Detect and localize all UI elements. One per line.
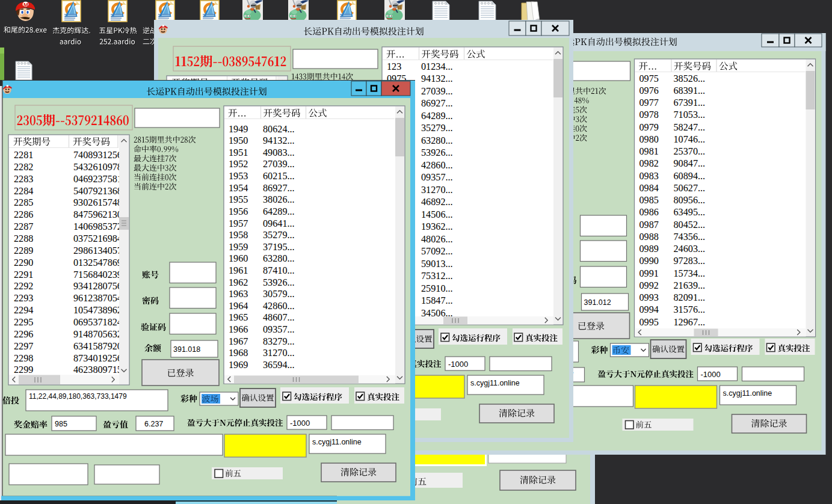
svg-text:60894...: 60894... [674, 171, 706, 182]
svg-text:94132...: 94132... [263, 135, 295, 146]
svg-text:2283: 2283 [14, 174, 33, 185]
svg-text:19362...: 19362... [421, 221, 453, 232]
svg-text:71053...: 71053... [674, 109, 706, 120]
svg-text:38526...: 38526... [674, 73, 706, 84]
svg-text:0375216984: 0375216984 [73, 233, 122, 244]
svg-text:6.237: 6.237 [144, 420, 163, 428]
svg-text:46892...: 46892... [421, 197, 453, 207]
svg-text:14506...: 14506... [421, 209, 453, 220]
svg-text:09357...: 09357... [421, 172, 453, 183]
svg-text:s.cygj11.online: s.cygj11.online [312, 438, 362, 446]
svg-text:0992: 0992 [639, 280, 659, 291]
svg-text:57092...: 57092... [421, 246, 453, 257]
svg-text:9302615748: 9302615748 [73, 197, 122, 208]
svg-text:0978: 0978 [639, 109, 659, 120]
svg-text:0132547869: 0132547869 [73, 257, 122, 268]
svg-text:63280...: 63280... [263, 253, 295, 264]
svg-text:09641...: 09641... [263, 218, 295, 229]
svg-text:2986134057: 2986134057 [73, 245, 122, 256]
svg-text:27039...: 27039... [421, 86, 453, 97]
svg-text:2297: 2297 [14, 341, 33, 352]
svg-text:1968: 1968 [229, 348, 248, 358]
svg-text:2298: 2298 [14, 353, 33, 364]
svg-text:74356...: 74356... [674, 232, 706, 242]
svg-text:9148705632: 9148705632 [73, 329, 122, 340]
svg-text:21639...: 21639... [674, 280, 706, 291]
svg-text:63280...: 63280... [421, 135, 453, 146]
svg-text:1956: 1956 [229, 206, 248, 217]
svg-text:80624...: 80624... [263, 124, 295, 135]
svg-text:58247...: 58247... [674, 122, 706, 133]
svg-text:391.012: 391.012 [584, 298, 611, 307]
svg-text:2288: 2288 [14, 233, 33, 244]
svg-text:83279...: 83279... [263, 336, 295, 347]
svg-text:0986: 0986 [639, 207, 659, 218]
svg-text:25370...: 25370... [674, 146, 706, 157]
svg-text:1963: 1963 [229, 289, 248, 300]
svg-text:2294: 2294 [14, 305, 33, 316]
svg-text:8734019256: 8734019256 [73, 353, 122, 364]
svg-text:-1000: -1000 [701, 370, 721, 379]
svg-text:7156840239: 7156840239 [73, 269, 122, 280]
svg-text:s.cygj11.online: s.cygj11.online [470, 379, 520, 387]
svg-text:80452...: 80452... [674, 220, 706, 230]
svg-text:2299: 2299 [14, 364, 33, 375]
svg-text:0991: 0991 [639, 268, 659, 279]
svg-text:0975: 0975 [639, 73, 659, 84]
svg-text:2290: 2290 [14, 257, 33, 268]
svg-text:67391...: 67391... [674, 97, 706, 108]
svg-text:1962: 1962 [229, 277, 248, 288]
svg-text:s.cygj11.online: s.cygj11.online [723, 389, 772, 398]
svg-text:31576...: 31576... [674, 304, 706, 315]
svg-text:2281: 2281 [14, 150, 33, 161]
svg-text:0984: 0984 [639, 183, 659, 194]
svg-text:1954: 1954 [229, 183, 248, 194]
svg-text:15847...: 15847... [421, 295, 453, 306]
svg-text:2292: 2292 [14, 281, 33, 292]
svg-text:10746...: 10746... [674, 134, 706, 145]
svg-text:90847...: 90847... [674, 158, 706, 169]
svg-text:35279...: 35279... [263, 230, 295, 241]
svg-text:87410...: 87410... [263, 265, 295, 276]
svg-text:94132...: 94132... [421, 73, 453, 84]
svg-text:0985: 0985 [639, 195, 659, 206]
svg-text:36594...: 36594... [263, 360, 295, 370]
svg-text:1949: 1949 [229, 124, 248, 135]
svg-text:0989: 0989 [639, 244, 659, 254]
svg-text:0994: 0994 [639, 304, 659, 315]
svg-text:-1000: -1000 [448, 360, 468, 369]
svg-text:31270...: 31270... [263, 348, 295, 358]
svg-text:0977: 0977 [639, 97, 659, 108]
svg-text:86927...: 86927... [263, 183, 295, 194]
svg-text:30579...: 30579... [263, 289, 295, 300]
svg-text:37195...: 37195... [263, 242, 295, 253]
svg-text:1952: 1952 [229, 159, 248, 170]
svg-text:80956...: 80956... [674, 195, 706, 206]
svg-text:42860...: 42860... [421, 160, 453, 171]
svg-text:0987: 0987 [639, 220, 659, 230]
svg-text:38026...: 38026... [263, 194, 295, 205]
svg-text:2286: 2286 [14, 209, 33, 220]
svg-text:0988: 0988 [639, 232, 659, 242]
svg-text:0695371824: 0695371824 [73, 317, 122, 328]
svg-text:4623809715: 4623809715 [73, 364, 122, 375]
svg-text:50627...: 50627... [674, 183, 706, 194]
svg-text:27039...: 27039... [263, 159, 295, 170]
svg-text:09357...: 09357... [263, 324, 295, 335]
svg-text:1957: 1957 [229, 218, 248, 229]
svg-text:2289: 2289 [14, 245, 33, 256]
svg-text:60215...: 60215... [263, 171, 295, 182]
svg-text:2285: 2285 [14, 197, 33, 208]
svg-text:1967: 1967 [229, 336, 248, 347]
svg-text:9612387054: 9612387054 [73, 293, 122, 304]
svg-text:34506...: 34506... [421, 308, 453, 319]
svg-text:0982: 0982 [639, 158, 659, 169]
svg-text:5407921368: 5407921368 [73, 186, 122, 197]
svg-text:1955: 1955 [229, 194, 248, 205]
svg-text:63495...: 63495... [674, 207, 706, 218]
svg-text:1951: 1951 [229, 147, 248, 158]
svg-text:0976: 0976 [639, 85, 659, 96]
svg-text:0993: 0993 [639, 292, 659, 303]
svg-text:64289...: 64289... [263, 206, 295, 217]
svg-text:1966: 1966 [229, 324, 248, 335]
